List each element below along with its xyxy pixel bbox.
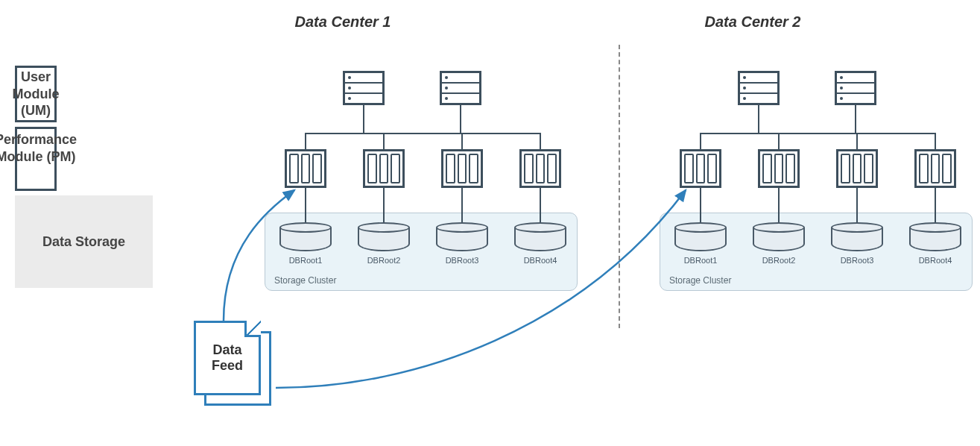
connector	[305, 133, 306, 149]
connector	[855, 105, 856, 120]
dbroot4-dc1-label: DBRoot4	[524, 256, 557, 265]
architecture-diagram: User Module (UM) Performance Module (PM)…	[0, 0, 980, 446]
row-label-ds: Data Storage	[15, 195, 153, 288]
dbroot2-dc1: DBRoot2	[358, 222, 410, 251]
connector	[305, 133, 541, 134]
dbroot1-dc1-label: DBRoot1	[289, 256, 323, 265]
dbroot3-dc2-label: DBRoot3	[841, 256, 874, 265]
connector	[778, 133, 780, 149]
dbroot3-dc1-label: DBRoot3	[446, 256, 479, 265]
dc1-title: Data Center 1	[268, 13, 417, 31]
pm3-dc1	[441, 149, 483, 188]
connector	[540, 188, 541, 222]
connector	[461, 188, 463, 222]
dbroot1-dc2-label: DBRoot1	[684, 256, 718, 265]
dbroot3-dc1: DBRoot3	[436, 222, 488, 251]
connector	[700, 133, 701, 149]
dbroot2-dc2-label: DBRoot2	[762, 256, 796, 265]
connector	[700, 133, 936, 134]
connector	[460, 105, 461, 120]
um2-dc2	[835, 71, 876, 105]
data-feed-icon: Data Feed	[194, 321, 276, 410]
dbroot4-dc2-label: DBRoot4	[919, 256, 952, 265]
row-label-pm: Performance Module (PM)	[15, 127, 57, 191]
connector	[856, 133, 858, 149]
um2-dc1	[440, 71, 481, 105]
dc-divider	[619, 45, 620, 328]
pm1-dc2	[680, 149, 721, 188]
um1-dc1	[343, 71, 385, 105]
connector	[305, 188, 306, 222]
connector	[383, 188, 385, 222]
pm2-dc2	[758, 149, 800, 188]
connector	[383, 133, 385, 149]
dbroot3-dc2: DBRoot3	[831, 222, 883, 251]
connector	[758, 105, 759, 120]
dbroot1-dc2: DBRoot1	[674, 222, 727, 251]
connector	[935, 133, 936, 149]
connector	[700, 188, 701, 222]
connector	[461, 133, 463, 149]
connector	[758, 120, 759, 133]
dbroot4-dc1: DBRoot4	[514, 222, 566, 251]
dc2-title: Data Center 2	[678, 13, 827, 31]
pm4-dc1	[519, 149, 561, 188]
pm1-dc1	[285, 149, 326, 188]
connector	[778, 188, 780, 222]
connector	[363, 120, 364, 133]
dbroot1-dc1: DBRoot1	[279, 222, 332, 251]
row-label-um: User Module (UM)	[15, 66, 57, 122]
pm4-dc2	[914, 149, 956, 188]
connector	[363, 105, 364, 120]
connector	[460, 120, 461, 133]
storage-cluster-label-dc1: Storage Cluster	[274, 275, 336, 286]
connector	[935, 188, 936, 222]
connector	[855, 120, 856, 133]
storage-cluster-label-dc2: Storage Cluster	[669, 275, 731, 286]
dbroot4-dc2: DBRoot4	[909, 222, 961, 251]
dbroot2-dc1-label: DBRoot2	[367, 256, 401, 265]
pm3-dc2	[836, 149, 878, 188]
connector	[540, 133, 541, 149]
um1-dc2	[738, 71, 780, 105]
dbroot2-dc2: DBRoot2	[753, 222, 805, 251]
data-feed-label: Data Feed	[200, 342, 254, 374]
connector	[856, 188, 858, 222]
pm2-dc1	[363, 149, 405, 188]
